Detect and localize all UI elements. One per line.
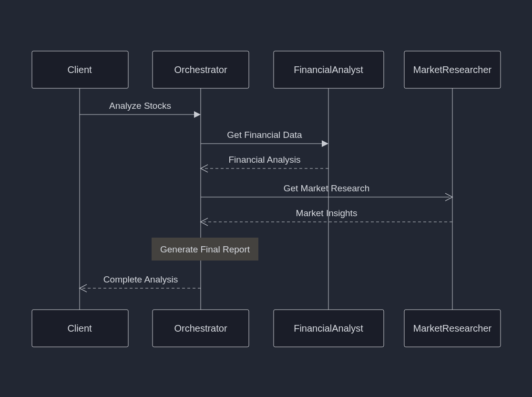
sequence-diagram: Client Orchestrator FinancialAnalyst Mar… [0,0,532,397]
participant-label: Orchestrator [174,64,227,75]
message-label: Analyze Stocks [109,101,171,111]
svg-marker-7 [322,140,328,147]
participant-marketresearcher-top: MarketResearcher [404,51,501,88]
participant-orchestrator-top: Orchestrator [153,51,249,88]
message-get-market-research: Get Market Research [201,183,452,201]
message-get-financial-data: Get Financial Data [201,130,328,147]
message-market-insights: Market Insights [201,208,452,226]
participant-financialanalyst-top: FinancialAnalyst [274,51,384,88]
message-label: Market Insights [296,208,358,218]
participant-label: MarketResearcher [413,64,492,75]
message-label: Complete Analysis [103,274,178,284]
participant-label: Client [67,64,92,75]
message-label: Get Financial Data [227,130,302,140]
participant-label: MarketResearcher [413,323,492,334]
participant-financialanalyst-bottom: FinancialAnalyst [274,310,384,347]
message-label: Get Market Research [284,183,370,193]
participant-label: Client [67,323,92,334]
svg-marker-5 [194,111,201,118]
message-analyze-stocks: Analyze Stocks [80,101,201,118]
participant-orchestrator-bottom: Orchestrator [153,310,249,347]
participant-marketresearcher-bottom: MarketResearcher [404,310,501,347]
participant-client-bottom: Client [32,310,128,347]
participant-label: FinancialAnalyst [294,323,363,334]
message-label: Financial Analysis [228,155,300,165]
note-generate-final-report: Generate Final Report [152,238,258,261]
note-label: Generate Final Report [160,244,250,254]
participant-label: FinancialAnalyst [294,64,363,75]
message-financial-analysis: Financial Analysis [201,155,328,172]
participant-client-top: Client [32,51,128,88]
participant-label: Orchestrator [174,323,227,334]
message-complete-analysis: Complete Analysis [80,274,201,292]
